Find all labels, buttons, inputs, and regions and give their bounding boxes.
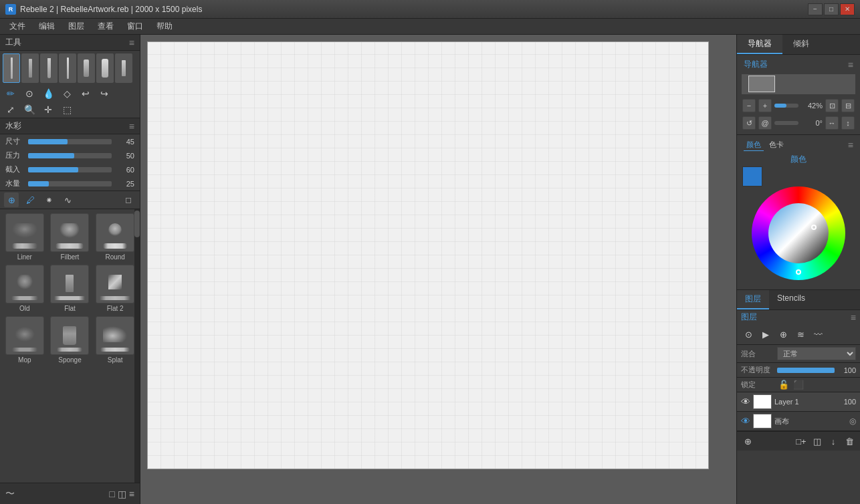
- new-layer-button[interactable]: □+: [794, 434, 808, 448]
- color-wheel-inner[interactable]: [768, 203, 829, 263]
- brush-sponge[interactable]: Sponge: [48, 315, 92, 365]
- transform-tool[interactable]: ✛: [41, 103, 55, 116]
- zoom-slider-track[interactable]: [774, 104, 798, 108]
- lock-icon[interactable]: 🔓: [778, 380, 789, 390]
- menu-edit[interactable]: 编辑: [32, 19, 62, 33]
- menu-layer[interactable]: 图层: [62, 19, 91, 33]
- brush-liner[interactable]: Liner: [3, 212, 47, 262]
- brush-type-stroke[interactable]: ∿: [60, 193, 75, 207]
- menu-window[interactable]: 窗口: [120, 19, 150, 33]
- water-slider-track[interactable]: [28, 181, 112, 186]
- canvas-layer-visibility-icon[interactable]: 👁: [741, 416, 750, 426]
- canvas-layer[interactable]: 👁 画布 ◎: [737, 412, 860, 431]
- rotate-ccw-button[interactable]: ↺: [742, 116, 756, 130]
- tab-tilt[interactable]: 倾斜: [782, 35, 820, 54]
- angle-slider-track[interactable]: [774, 121, 798, 125]
- tools-menu-icon[interactable]: ≡: [129, 37, 134, 48]
- layer-1-visibility-icon[interactable]: 👁: [741, 396, 750, 407]
- canvas[interactable]: [147, 41, 709, 469]
- tab-swatch[interactable]: 色卡: [766, 139, 786, 151]
- brush-tool-3[interactable]: [40, 53, 58, 83]
- navigator-preview[interactable]: [742, 74, 855, 94]
- layer-action-3[interactable]: ⊕: [776, 327, 790, 342]
- duplicate-layer-button[interactable]: ◫: [811, 434, 824, 448]
- brush-flat[interactable]: Flat: [48, 263, 92, 313]
- dropper-tool[interactable]: 💧: [41, 87, 55, 100]
- flip-v-button[interactable]: ↕: [841, 116, 855, 130]
- minimize-button[interactable]: −: [808, 3, 823, 15]
- brush-tool-2[interactable]: [21, 53, 39, 83]
- menu-view[interactable]: 查看: [91, 19, 120, 33]
- zoom-in-button[interactable]: +: [758, 99, 772, 112]
- brush-grid-scroll-thumb[interactable]: [134, 211, 140, 237]
- menu-file[interactable]: 文件: [3, 19, 32, 33]
- brush-round[interactable]: Round: [93, 212, 137, 262]
- undo-tool[interactable]: ↩: [79, 87, 92, 100]
- pencil-tool[interactable]: ✏: [4, 87, 17, 100]
- layers-bottom-icon-1[interactable]: ⊕: [741, 434, 754, 448]
- layers-menu-icon[interactable]: ≡: [851, 312, 856, 323]
- canvas-eye-icon[interactable]: ◎: [849, 416, 856, 426]
- tab-navigator[interactable]: 导航器: [737, 35, 782, 54]
- brush-type-dry[interactable]: 🖊: [23, 193, 37, 207]
- layer-action-1[interactable]: ⊙: [741, 327, 756, 342]
- tab-color[interactable]: 颜色: [744, 139, 764, 151]
- brush-type-scatter[interactable]: ⁕: [41, 193, 56, 207]
- layer-1-name: Layer 1: [774, 398, 841, 406]
- brush-flat2[interactable]: Flat 2: [93, 263, 137, 313]
- navigator-menu-icon[interactable]: ≡: [848, 59, 853, 70]
- color-display: [740, 166, 857, 186]
- blend-mode-select[interactable]: 正常: [777, 347, 856, 360]
- current-color-swatch[interactable]: [742, 166, 762, 186]
- brush-filbert[interactable]: Filbert: [48, 212, 92, 262]
- select-tool[interactable]: ⬚: [60, 103, 74, 116]
- watercolor-title: 水彩: [5, 120, 21, 132]
- eyedrop-tool[interactable]: 🔍: [23, 103, 36, 116]
- brush-old[interactable]: Old: [3, 263, 47, 313]
- zoom-out-button[interactable]: −: [742, 99, 756, 112]
- brush-grid-scrollbar[interactable]: [134, 209, 140, 483]
- bottom-delete-icon[interactable]: ◫: [118, 489, 126, 499]
- pin-tool[interactable]: ⊙: [23, 87, 36, 100]
- opacity-slider-track[interactable]: [777, 368, 835, 373]
- move-tool[interactable]: ⤢: [4, 103, 17, 116]
- bottom-settings-icon[interactable]: ≡: [129, 489, 134, 499]
- redo-tool[interactable]: ↪: [98, 87, 111, 100]
- brush-tool-4[interactable]: [59, 53, 76, 83]
- loading-slider-track[interactable]: [28, 167, 112, 172]
- layer-action-2[interactable]: ▶: [758, 327, 773, 342]
- flip-h-button[interactable]: ↔: [825, 116, 839, 130]
- zoom-fit-button[interactable]: ⊡: [825, 99, 839, 112]
- layer-down-button[interactable]: ↓: [827, 434, 840, 448]
- brush-mop[interactable]: Mop: [3, 315, 47, 365]
- bottom-new-icon[interactable]: □: [109, 489, 114, 499]
- rotate-cw-button[interactable]: @: [758, 116, 772, 130]
- lock-alpha-icon[interactable]: ⬛: [793, 380, 804, 390]
- maximize-button[interactable]: □: [824, 3, 839, 15]
- layer-action-4[interactable]: ≋: [793, 327, 808, 342]
- tab-layers[interactable]: 图层: [737, 290, 769, 309]
- close-button[interactable]: ✕: [840, 3, 855, 15]
- brush-splat[interactable]: Splat: [93, 315, 137, 365]
- tab-stencils[interactable]: Stencils: [769, 290, 813, 309]
- brush-tool-5[interactable]: [78, 53, 95, 83]
- zoom-reset-button[interactable]: ⊟: [841, 99, 855, 112]
- size-slider-track[interactable]: [28, 139, 112, 144]
- brush-type-wet[interactable]: ⊕: [4, 193, 19, 207]
- brush-tool-1[interactable]: [3, 53, 20, 83]
- layer-action-5[interactable]: 〰: [811, 327, 825, 342]
- color-menu-icon[interactable]: ≡: [848, 140, 853, 150]
- layer-1[interactable]: 👁 Layer 1 100: [737, 392, 860, 412]
- color-wheel[interactable]: [752, 186, 845, 280]
- color-picker-dot[interactable]: [811, 225, 817, 230]
- delete-layer-button[interactable]: 🗑: [843, 434, 856, 448]
- pressure-slider-track[interactable]: [28, 153, 112, 158]
- brush-tool-7[interactable]: [115, 53, 132, 83]
- brush-tool-6[interactable]: [96, 53, 114, 83]
- eraser-tool[interactable]: ◻: [121, 193, 136, 207]
- watercolor-menu-icon[interactable]: ≡: [129, 121, 134, 132]
- menu-help[interactable]: 帮助: [150, 19, 179, 33]
- tools-header: 工具 ≡: [0, 35, 140, 51]
- bottom-wave-icon[interactable]: 〜: [5, 488, 15, 500]
- fill-tool[interactable]: ◇: [60, 87, 74, 100]
